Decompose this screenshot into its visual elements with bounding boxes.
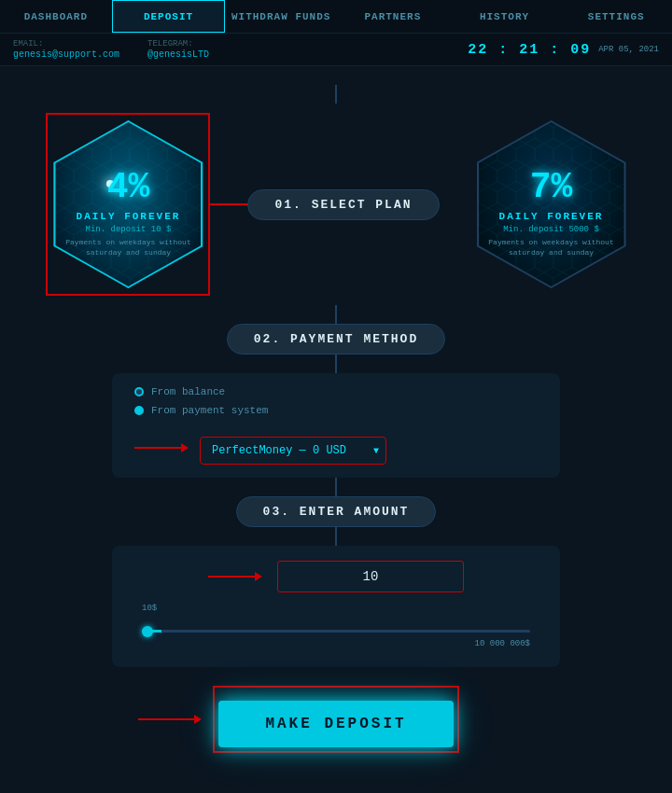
dropdown-row: PerfectMoney — 0 USD Bitcoin Ethereum ▼: [134, 431, 538, 465]
range-max-label: 10 000 000$: [475, 639, 530, 648]
main-content: 4% DAILY FOREVER Min. deposit 10 $ Payme…: [0, 66, 672, 781]
plan1-content: 4% DAILY FOREVER Min. deposit 10 $ Payme…: [55, 122, 201, 286]
arrow-to-button: [138, 715, 202, 724]
date-display: APR 05, 2021: [598, 45, 659, 54]
amount-input-row: [208, 561, 464, 592]
payment-panel: From balance From payment system Perfect…: [112, 373, 560, 478]
system-label: From payment system: [151, 405, 268, 416]
plan-card-2[interactable]: 7% DAILY FOREVER Min. deposit 5000 $ Pay…: [477, 120, 626, 288]
navbar: DASHBOARD DEPOSIT WITHDRAW FUNDS PARTNER…: [0, 0, 672, 34]
clock-display: 22 : 21 : 09: [468, 42, 591, 58]
make-deposit-button[interactable]: MAKE DEPOSIT: [218, 701, 453, 747]
step2-label: 02. PAYMENT METHOD: [227, 324, 445, 355]
step1-label: 01. SELECT PLAN: [247, 189, 439, 220]
info-bar: EMAIL: genesis@support.com TELEGRAM: @ge…: [0, 34, 672, 66]
amount-input[interactable]: [277, 561, 464, 592]
telegram-value: @genesisLTD: [147, 49, 209, 60]
connector-4: [335, 527, 337, 546]
step1-block: 01. SELECT PLAN: [247, 189, 439, 220]
nav-deposit[interactable]: DEPOSIT: [112, 0, 226, 33]
radio-balance[interactable]: [134, 387, 144, 396]
range-max-row: 10 000 000$: [142, 639, 530, 652]
step3-label: 03. ENTER AMOUNT: [236, 496, 437, 527]
payment-dropdown-wrapper[interactable]: PerfectMoney — 0 USD Bitcoin Ethereum ▼: [200, 437, 386, 465]
range-labels: 10$: [142, 604, 530, 617]
connector-top: [335, 85, 337, 104]
arrow-to-amount: [208, 572, 262, 581]
telegram-label: TELEGRAM:: [147, 39, 209, 49]
payment-option-system[interactable]: From payment system: [134, 405, 538, 416]
range-min-label: 10$: [142, 604, 157, 613]
balance-label: From balance: [151, 386, 225, 397]
amount-range[interactable]: [142, 630, 530, 633]
nav-withdraw[interactable]: WITHDRAW FUNDS: [225, 0, 337, 33]
payment-option-balance[interactable]: From balance: [134, 386, 538, 397]
connector-1: [335, 305, 337, 324]
selected-plan-border: 4% DAILY FOREVER Min. deposit 10 $ Payme…: [46, 113, 210, 296]
plan1-min: Min. deposit 10 $: [86, 225, 172, 234]
plan1-percent: 4%: [107, 167, 150, 207]
amount-panel: 10$ 10 000 000$: [112, 546, 560, 667]
plan2-percent: 7%: [530, 167, 573, 207]
plan2-daily: DAILY FOREVER: [499, 211, 604, 222]
deposit-button-wrapper: MAKE DEPOSIT: [213, 686, 458, 753]
payment-dropdown[interactable]: PerfectMoney — 0 USD Bitcoin Ethereum: [200, 437, 386, 465]
plan1-desc: Payments on weekdays without saturday an…: [64, 238, 191, 257]
connector-3: [335, 478, 337, 496]
plan-selection-row: 4% DAILY FOREVER Min. deposit 10 $ Payme…: [28, 113, 644, 296]
nav-partners[interactable]: PARTNERS: [337, 0, 449, 33]
range-container: 10$ 10 000 000$: [134, 604, 538, 652]
email-label: EMAIL:: [13, 39, 119, 49]
connector-2: [335, 355, 337, 373]
email-value: genesis@support.com: [13, 49, 119, 60]
nav-dashboard[interactable]: DASHBOARD: [0, 0, 112, 33]
plan1-daily: DAILY FOREVER: [77, 211, 181, 222]
nav-history[interactable]: HISTORY: [449, 0, 561, 33]
plan2-desc: Payments on weekdays without saturday an…: [488, 238, 615, 257]
nav-settings[interactable]: SETTINGS: [560, 0, 672, 33]
radio-system[interactable]: [134, 406, 144, 415]
plan2-min: Min. deposit 5000 $: [503, 225, 599, 234]
arrow-to-dropdown: [134, 443, 189, 452]
plan2-content: 7% DAILY FOREVER Min. deposit 5000 $ Pay…: [479, 122, 624, 286]
plan-card-1[interactable]: 4% DAILY FOREVER Min. deposit 10 $ Payme…: [46, 113, 210, 296]
button-border-box: MAKE DEPOSIT: [213, 686, 458, 753]
